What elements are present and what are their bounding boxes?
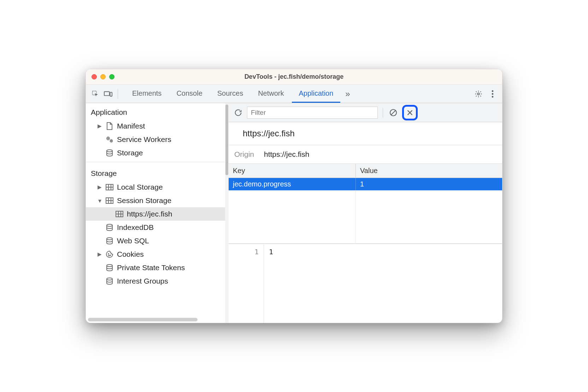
svg-point-6 — [492, 96, 494, 97]
sidebar-item-session-storage-origin[interactable]: ▶ https://jec.fish — [86, 207, 225, 221]
sidebar-item-private-state-tokens[interactable]: ▶ Private State Tokens — [86, 261, 225, 274]
close-window-button[interactable] — [92, 74, 97, 79]
refresh-icon[interactable] — [233, 107, 243, 118]
device-toolbar-icon[interactable] — [103, 89, 113, 99]
svg-rect-1 — [104, 91, 110, 95]
svg-point-5 — [492, 93, 494, 95]
grid-icon — [105, 196, 114, 205]
storage-origin-heading: https://jec.fish — [229, 122, 502, 145]
maximize-window-button[interactable] — [109, 74, 114, 79]
value-preview: 1 1 — [229, 244, 502, 323]
sidebar-item-label: Private State Tokens — [117, 263, 185, 272]
kebab-menu-icon[interactable] — [487, 89, 498, 99]
preview-line-number: 1 — [229, 244, 264, 323]
table-row[interactable]: jec.demo.progress 1 — [229, 178, 502, 190]
section-application-title: Application — [86, 103, 225, 119]
inspect-element-icon[interactable] — [90, 89, 101, 99]
sidebar-item-session-storage[interactable]: ▼ Session Storage — [86, 194, 225, 207]
file-icon — [105, 121, 114, 131]
scrollbar-thumb[interactable] — [225, 105, 228, 175]
panel-tabs: Elements Console Sources Network Applica… — [125, 85, 354, 103]
window-controls — [92, 74, 114, 79]
svg-point-20 — [107, 265, 112, 267]
table-header: Key Value — [229, 164, 502, 178]
sidebar-item-label: IndexedDB — [117, 223, 154, 232]
clear-all-icon[interactable] — [388, 107, 399, 118]
delete-selected-icon[interactable] — [405, 107, 415, 118]
sidebar-horizontal-scrollbar[interactable] — [88, 318, 223, 321]
storage-detail-panel: https://jec.fish Origin https://jec.fish… — [229, 103, 502, 323]
sidebar-item-label: Service Workers — [117, 135, 171, 144]
column-key[interactable]: Key — [229, 164, 356, 178]
origin-label: Origin — [234, 150, 264, 159]
sidebar-item-storage[interactable]: ▶ Storage — [86, 146, 225, 160]
cell-value: 1 — [356, 178, 502, 190]
panel-resizer[interactable] — [225, 103, 229, 323]
application-sidebar: Application ▶ Manifest ▶ — [86, 103, 225, 323]
caret-right-icon: ▶ — [97, 251, 102, 257]
sidebar-item-manifest[interactable]: ▶ Manifest — [86, 119, 225, 133]
grid-icon — [105, 183, 114, 192]
highlighted-delete-button — [402, 105, 418, 120]
grid-icon — [115, 209, 124, 219]
database-icon — [105, 223, 114, 232]
tab-console[interactable]: Console — [169, 85, 209, 103]
svg-point-19 — [108, 255, 109, 256]
minimize-window-button[interactable] — [100, 74, 106, 79]
section-storage-title: Storage — [86, 164, 225, 180]
svg-point-15 — [107, 224, 112, 226]
settings-icon[interactable] — [473, 89, 484, 99]
sidebar-item-label: Web SQL — [117, 237, 149, 245]
sidebar-item-interest-groups[interactable]: ▶ Interest Groups — [86, 274, 225, 288]
column-value[interactable]: Value — [356, 164, 502, 178]
filter-toolbar — [229, 103, 502, 122]
toolbar-separator — [118, 89, 118, 99]
sidebar-item-label: Cookies — [117, 250, 144, 259]
svg-point-18 — [110, 255, 111, 256]
svg-point-8 — [108, 138, 109, 139]
sidebar-item-cookies[interactable]: ▶ Cookies — [86, 248, 225, 261]
origin-value: https://jec.fish — [264, 150, 309, 159]
filter-input[interactable] — [247, 107, 378, 119]
more-tabs-icon[interactable]: » — [341, 89, 354, 99]
sidebar-item-label: Session Storage — [117, 196, 171, 205]
tab-network[interactable]: Network — [251, 85, 291, 103]
svg-point-11 — [107, 150, 112, 152]
scrollbar-thumb[interactable] — [88, 318, 198, 321]
gears-icon — [105, 135, 114, 144]
sidebar-item-label: Interest Groups — [117, 277, 168, 285]
svg-point-3 — [477, 93, 480, 95]
svg-point-4 — [492, 90, 494, 92]
sidebar-divider — [86, 162, 225, 162]
tab-elements[interactable]: Elements — [125, 85, 169, 103]
window-title: DevTools - jec.fish/demo/storage — [86, 73, 502, 81]
caret-right-icon: ▶ — [97, 184, 102, 190]
cookie-icon — [105, 250, 114, 259]
sidebar-item-label: Manifest — [117, 122, 145, 130]
caret-right-icon: ▶ — [97, 123, 102, 129]
sidebar-item-local-storage[interactable]: ▶ Local Storage — [86, 180, 225, 194]
storage-table: Key Value jec.demo.progress 1 — [229, 164, 502, 244]
tab-application[interactable]: Application — [292, 85, 341, 103]
preview-content: 1 — [264, 244, 278, 323]
sidebar-item-label: Storage — [117, 149, 143, 157]
panel-body: Application ▶ Manifest ▶ — [86, 103, 502, 323]
sidebar-item-websql[interactable]: ▶ Web SQL — [86, 234, 225, 248]
sidebar-item-label: https://jec.fish — [127, 210, 172, 218]
svg-point-10 — [111, 141, 112, 141]
svg-point-16 — [107, 238, 112, 240]
sidebar-item-indexeddb[interactable]: ▶ IndexedDB — [86, 221, 225, 234]
svg-rect-2 — [110, 92, 112, 96]
svg-point-21 — [107, 278, 112, 280]
table-empty-area[interactable] — [229, 190, 502, 243]
devtools-window: DevTools - jec.fish/demo/storage Element… — [86, 69, 502, 323]
database-icon — [105, 277, 114, 286]
main-toolbar: Elements Console Sources Network Applica… — [86, 85, 502, 103]
database-icon — [105, 148, 114, 158]
titlebar: DevTools - jec.fish/demo/storage — [86, 69, 502, 85]
tab-sources[interactable]: Sources — [210, 85, 250, 103]
sidebar-item-label: Local Storage — [117, 183, 163, 191]
caret-down-icon: ▼ — [97, 198, 102, 204]
sidebar-item-service-workers[interactable]: ▶ Service Workers — [86, 133, 225, 146]
svg-point-17 — [108, 254, 109, 254]
